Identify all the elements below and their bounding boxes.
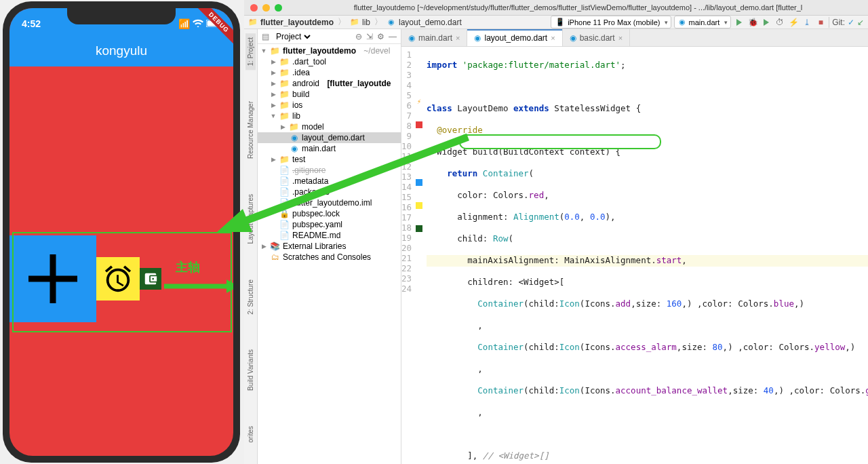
close-tab-icon[interactable]: × — [551, 34, 555, 42]
hide-icon[interactable]: — — [389, 32, 397, 41]
run-button[interactable] — [734, 17, 745, 28]
folder-icon: 📁 — [279, 90, 290, 99]
side-tab-project[interactable]: 1: Project — [245, 33, 256, 70]
side-tab-structure[interactable]: 2: Structure — [245, 275, 256, 319]
vcs-update-icon[interactable]: ✓ — [848, 18, 854, 27]
side-tab-build-variants[interactable]: Build Variants — [245, 345, 256, 395]
coverage-button[interactable] — [761, 17, 772, 28]
minimize-window-icon[interactable] — [262, 4, 270, 12]
tree-idea[interactable]: ▶📁.idea — [258, 67, 401, 78]
ide-window: flutter_layoutdemo [~/development/study/… — [244, 0, 868, 464]
project-folder-icon: 📁 — [270, 46, 280, 56]
tree-pubspec-yaml[interactable]: 📄pubspec.yaml — [258, 219, 401, 230]
settings-icon[interactable]: ⚙ — [377, 32, 384, 41]
vcs-commit-icon[interactable]: ↙ — [857, 18, 864, 27]
app-bar: kongyulu — [9, 35, 233, 66]
library-icon: 📚 — [270, 241, 280, 251]
color-swatch-blue[interactable] — [416, 176, 422, 188]
editor-area: ◉main.dart× ◉layout_demo.dart× ◉basic.da… — [401, 29, 868, 464]
tree-packages[interactable]: 📄.packages — [258, 187, 401, 197]
code-editor[interactable]: 123456789101112131415161718192021222324 … — [401, 47, 868, 464]
close-tab-icon[interactable]: × — [456, 34, 460, 42]
tree-test[interactable]: ▶📁test — [258, 154, 401, 165]
close-tab-icon[interactable]: × — [618, 34, 623, 42]
tree-ext-lib[interactable]: ▶📚External Libraries — [258, 241, 401, 252]
tree-build[interactable]: ▶📁build — [258, 89, 401, 100]
crumb-lib[interactable]: 📁lib — [350, 18, 370, 27]
left-tool-strip: 1: Project Resource Manager Layout Captu… — [244, 29, 258, 464]
editor-tabs: ◉main.dart× ◉layout_demo.dart× ◉basic.da… — [401, 29, 868, 47]
wallet-icon — [143, 271, 158, 286]
project-view-selector[interactable]: Project — [273, 31, 313, 42]
color-swatch-red[interactable] — [416, 119, 422, 130]
tab-main[interactable]: ◉main.dart× — [401, 29, 467, 46]
file-icon: 📄 — [279, 198, 290, 208]
tree-dart-tool[interactable]: ▶📁.dart_tool — [258, 56, 401, 67]
collapse-icon[interactable]: ⊖ — [355, 32, 362, 41]
container-blue — [9, 235, 96, 322]
gutter-icons: ⚡ — [416, 47, 422, 464]
phone-icon: 📱 — [555, 18, 565, 26]
dart-file-icon: ◉ — [474, 33, 481, 43]
traffic-lights[interactable] — [244, 0, 288, 16]
folder-icon: 📁 — [279, 68, 290, 77]
tab-layout-demo[interactable]: ◉layout_demo.dart× — [467, 29, 562, 46]
project-tree[interactable]: ▼📁flutter_layoutdemo ~/devel ▶📁.dart_too… — [258, 44, 401, 464]
crumb-file[interactable]: ◉layout_demo.dart — [387, 18, 462, 27]
git-label: Git: — [832, 18, 845, 27]
color-swatch-green[interactable] — [416, 223, 422, 234]
side-tab-favorites[interactable]: orites — [245, 422, 256, 446]
add-icon — [24, 250, 81, 307]
file-icon: 📄 — [279, 231, 290, 240]
dart-file-icon: ◉ — [387, 18, 396, 27]
crumb-sep: 〉 — [338, 16, 346, 28]
tree-scratches[interactable]: 🗂Scratches and Consoles — [258, 252, 401, 263]
tree-model[interactable]: ▶📁model — [258, 121, 401, 132]
tree-android[interactable]: ▶📁android [flutter_layoutde — [258, 78, 401, 89]
device-selector[interactable]: 📱iPhone 11 Pro Max (mobile) — [551, 16, 671, 28]
dart-file-icon: ◉ — [679, 18, 686, 26]
side-tab-resource-manager[interactable]: Resource Manager — [245, 97, 256, 163]
project-tool-window: ▤ Project ⊖ ⇲ ⚙ — ▼📁flutter_layoutdemo ~… — [258, 29, 401, 464]
code-text[interactable]: import 'package:flutter/material.dart'; … — [422, 47, 868, 464]
run-config-selector[interactable]: ◉main.dart — [674, 16, 731, 28]
window-titlebar: flutter_layoutdemo [~/development/study/… — [244, 0, 868, 16]
run-gutter-icon[interactable]: ⚡ — [416, 96, 422, 107]
file-icon: 📄 — [279, 166, 290, 175]
tree-ios[interactable]: ▶📁ios — [258, 100, 401, 111]
debug-button[interactable]: 🐞 — [747, 17, 758, 28]
tree-gitignore[interactable]: 📄.gitignore — [258, 165, 401, 176]
signal-icon: 📶 — [178, 18, 190, 29]
profile-button[interactable]: ⏱ — [774, 17, 785, 28]
access-alarm-icon — [102, 263, 134, 294]
tab-basic[interactable]: ◉basic.dart× — [563, 29, 630, 46]
crumb-project[interactable]: 📁flutter_layoutdemo — [248, 18, 334, 27]
dart-file-icon: ◉ — [289, 133, 299, 142]
project-folder-icon: 📁 — [248, 18, 258, 27]
side-tab-layout-captures[interactable]: Layout Captures — [245, 190, 256, 248]
lock-file-icon: 🔒 — [279, 209, 290, 218]
color-swatch-yellow[interactable] — [416, 199, 422, 211]
project-header: ▤ Project ⊖ ⇲ ⚙ — — [258, 29, 401, 44]
tree-lib[interactable]: ▼📁lib — [258, 111, 401, 121]
tree-root[interactable]: ▼📁flutter_layoutdemo ~/devel — [258, 45, 401, 56]
hot-reload-button[interactable]: ⚡ — [788, 17, 799, 28]
tree-pubspec-lock[interactable]: 🔒pubspec.lock — [258, 208, 401, 219]
tree-metadata[interactable]: 📄.metadata — [258, 176, 401, 187]
dart-file-icon: ◉ — [408, 33, 415, 43]
ide-body: 1: Project Resource Manager Layout Captu… — [244, 29, 868, 464]
tree-main[interactable]: ◉main.dart — [258, 143, 401, 154]
folder-icon: 📁 — [279, 155, 290, 164]
tree-layout-demo[interactable]: ◉layout_demo.dart — [258, 132, 401, 143]
close-window-icon[interactable] — [250, 4, 258, 12]
annotation-axis-arrow — [164, 278, 233, 294]
project-view-icon: ▤ — [262, 32, 269, 41]
tree-iml[interactable]: 📄flutter_layoutdemo.iml — [258, 197, 401, 208]
flutter-attach-button[interactable]: ⤓ — [802, 17, 812, 28]
zoom-window-icon[interactable] — [275, 4, 282, 12]
separator — [829, 17, 829, 28]
expand-icon[interactable]: ⇲ — [366, 32, 373, 41]
stop-button[interactable]: ■ — [815, 17, 826, 28]
play-shield-icon — [764, 19, 769, 26]
tree-readme[interactable]: 📄README.md — [258, 230, 401, 241]
